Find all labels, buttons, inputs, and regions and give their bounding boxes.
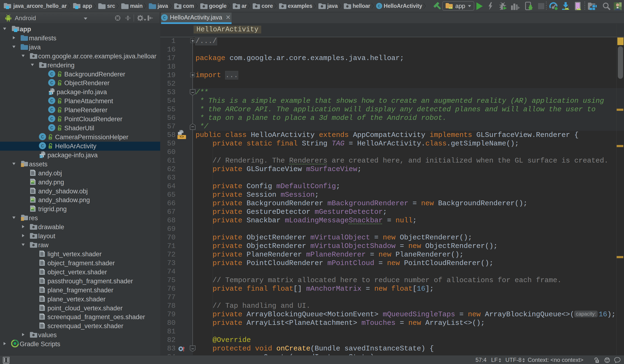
svg-text:C: C (50, 117, 53, 122)
svg-text:C: C (50, 126, 53, 131)
svg-text:C: C (50, 99, 53, 104)
svg-text:J: J (41, 156, 42, 158)
svg-text:C: C (50, 107, 53, 113)
svg-text:J: J (50, 92, 51, 95)
svg-text:C: C (50, 71, 53, 77)
svg-text:C: C (378, 4, 380, 8)
svg-text:C: C (50, 80, 53, 86)
svg-text:C: C (41, 134, 44, 140)
svg-text:C: C (41, 144, 44, 149)
svg-text:C: C (163, 15, 166, 20)
